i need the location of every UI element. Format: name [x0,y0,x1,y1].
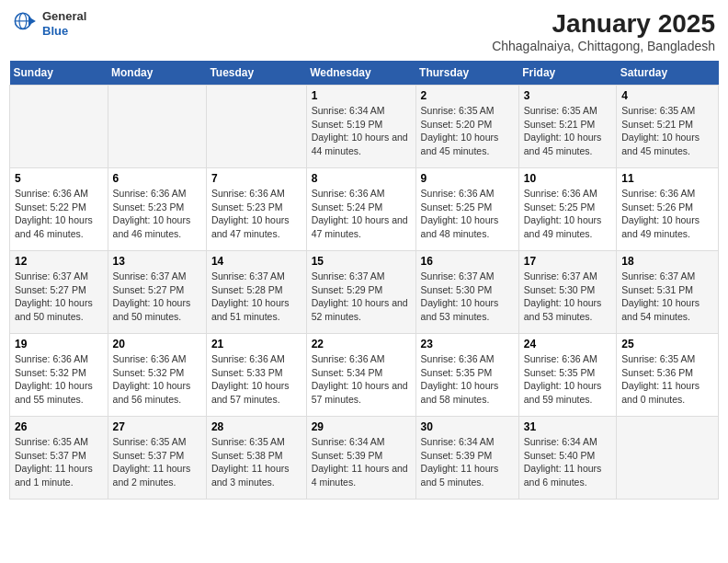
calendar-cell: 4Sunrise: 6:35 AMSunset: 5:21 PMDaylight… [617,86,719,168]
calendar-cell: 1Sunrise: 6:34 AMSunset: 5:19 PMDaylight… [306,86,415,168]
day-number: 7 [211,172,301,185]
day-number: 31 [524,420,612,433]
day-info: Sunrise: 6:37 AMSunset: 5:27 PMDaylight:… [15,270,103,324]
calendar-cell: 23Sunrise: 6:36 AMSunset: 5:35 PMDayligh… [415,334,518,417]
calendar-cell [108,86,206,168]
calendar-cell: 31Sunrise: 6:34 AMSunset: 5:40 PMDayligh… [518,417,617,500]
day-info: Sunrise: 6:36 AMSunset: 5:26 PMDaylight:… [621,187,713,241]
day-info: Sunrise: 6:36 AMSunset: 5:22 PMDaylight:… [15,187,103,241]
weekday-header-monday: Monday [108,61,206,86]
day-info: Sunrise: 6:35 AMSunset: 5:20 PMDaylight:… [421,104,514,158]
day-number: 5 [15,172,103,185]
day-info: Sunrise: 6:36 AMSunset: 5:35 PMDaylight:… [421,352,514,407]
weekday-header-saturday: Saturday [617,61,719,86]
calendar-cell: 19Sunrise: 6:36 AMSunset: 5:32 PMDayligh… [10,334,108,417]
weekday-header-tuesday: Tuesday [206,61,306,86]
calendar-cell: 8Sunrise: 6:36 AMSunset: 5:24 PMDaylight… [306,168,415,251]
day-number: 19 [15,338,103,350]
calendar-cell: 22Sunrise: 6:36 AMSunset: 5:34 PMDayligh… [306,334,415,417]
month-year-title: January 2025 [492,9,715,39]
calendar-cell: 15Sunrise: 6:37 AMSunset: 5:29 PMDayligh… [306,251,415,334]
logo-icon [13,11,39,37]
calendar-table: SundayMondayTuesdayWednesdayThursdayFrid… [9,61,719,500]
calendar-cell: 30Sunrise: 6:34 AMSunset: 5:39 PMDayligh… [415,417,518,500]
calendar-week-row: 26Sunrise: 6:35 AMSunset: 5:37 PMDayligh… [10,417,719,500]
logo: General Blue [13,9,86,38]
calendar-cell: 27Sunrise: 6:35 AMSunset: 5:37 PMDayligh… [108,417,206,500]
svg-rect-5 [28,17,30,25]
day-number: 2 [421,89,514,102]
calendar-cell: 17Sunrise: 6:37 AMSunset: 5:30 PMDayligh… [518,251,617,334]
day-number: 11 [621,172,713,185]
day-number: 9 [421,172,514,185]
calendar-cell: 13Sunrise: 6:37 AMSunset: 5:27 PMDayligh… [108,251,206,334]
day-number: 18 [621,255,713,268]
day-number: 23 [421,338,514,350]
day-info: Sunrise: 6:35 AMSunset: 5:21 PMDaylight:… [524,104,612,158]
calendar-cell: 5Sunrise: 6:36 AMSunset: 5:22 PMDaylight… [10,168,108,251]
day-info: Sunrise: 6:34 AMSunset: 5:19 PMDaylight:… [312,104,411,158]
day-info: Sunrise: 6:37 AMSunset: 5:27 PMDaylight:… [113,270,201,324]
calendar-header: SundayMondayTuesdayWednesdayThursdayFrid… [10,61,719,86]
day-info: Sunrise: 6:36 AMSunset: 5:25 PMDaylight:… [421,187,514,241]
day-number: 16 [421,255,514,268]
day-info: Sunrise: 6:36 AMSunset: 5:23 PMDaylight:… [211,187,301,241]
day-number: 28 [211,420,301,433]
day-info: Sunrise: 6:37 AMSunset: 5:29 PMDaylight:… [312,270,411,324]
day-number: 21 [211,338,301,350]
logo-general: General [42,9,86,24]
day-info: Sunrise: 6:35 AMSunset: 5:37 PMDaylight:… [113,435,201,489]
day-info: Sunrise: 6:34 AMSunset: 5:39 PMDaylight:… [312,435,411,489]
day-number: 25 [621,338,713,350]
calendar-cell: 6Sunrise: 6:36 AMSunset: 5:23 PMDaylight… [108,168,206,251]
calendar-cell: 9Sunrise: 6:36 AMSunset: 5:25 PMDaylight… [415,168,518,251]
calendar-week-row: 1Sunrise: 6:34 AMSunset: 5:19 PMDaylight… [10,86,719,168]
calendar-cell: 24Sunrise: 6:36 AMSunset: 5:35 PMDayligh… [518,334,617,417]
calendar-cell: 20Sunrise: 6:36 AMSunset: 5:32 PMDayligh… [108,334,206,417]
day-number: 22 [312,338,411,350]
day-info: Sunrise: 6:36 AMSunset: 5:32 PMDaylight:… [15,352,103,407]
day-number: 24 [524,338,612,350]
day-number: 13 [113,255,201,268]
calendar-cell: 21Sunrise: 6:36 AMSunset: 5:33 PMDayligh… [206,334,306,417]
calendar-cell: 26Sunrise: 6:35 AMSunset: 5:37 PMDayligh… [10,417,108,500]
calendar-cell: 3Sunrise: 6:35 AMSunset: 5:21 PMDaylight… [518,86,617,168]
calendar-cell: 11Sunrise: 6:36 AMSunset: 5:26 PMDayligh… [617,168,719,251]
day-number: 14 [211,255,301,268]
day-info: Sunrise: 6:36 AMSunset: 5:24 PMDaylight:… [312,187,411,241]
weekday-header-row: SundayMondayTuesdayWednesdayThursdayFrid… [10,61,719,86]
calendar-cell: 12Sunrise: 6:37 AMSunset: 5:27 PMDayligh… [10,251,108,334]
day-number: 8 [312,172,411,185]
day-info: Sunrise: 6:37 AMSunset: 5:31 PMDaylight:… [621,270,713,324]
day-info: Sunrise: 6:35 AMSunset: 5:37 PMDaylight:… [15,435,103,489]
calendar-cell: 2Sunrise: 6:35 AMSunset: 5:20 PMDaylight… [415,86,518,168]
calendar-cell: 7Sunrise: 6:36 AMSunset: 5:23 PMDaylight… [206,168,306,251]
day-number: 10 [524,172,612,185]
day-info: Sunrise: 6:37 AMSunset: 5:30 PMDaylight:… [421,270,514,324]
calendar-cell: 14Sunrise: 6:37 AMSunset: 5:28 PMDayligh… [206,251,306,334]
day-number: 15 [312,255,411,268]
logo-blue: Blue [42,24,86,39]
day-number: 12 [15,255,103,268]
calendar-cell [617,417,719,500]
day-number: 27 [113,420,201,433]
day-number: 4 [621,89,713,102]
day-info: Sunrise: 6:37 AMSunset: 5:30 PMDaylight:… [524,270,612,324]
calendar-week-row: 5Sunrise: 6:36 AMSunset: 5:22 PMDaylight… [10,168,719,251]
page-header: General Blue January 2025 Chhagalnaiya, … [9,9,719,53]
logo-text: General Blue [42,9,86,38]
day-number: 30 [421,420,514,433]
day-number: 3 [524,89,612,102]
day-number: 29 [312,420,411,433]
calendar-cell [10,86,108,168]
day-info: Sunrise: 6:34 AMSunset: 5:40 PMDaylight:… [524,435,612,489]
day-info: Sunrise: 6:35 AMSunset: 5:38 PMDaylight:… [211,435,301,489]
day-number: 20 [113,338,201,350]
calendar-week-row: 19Sunrise: 6:36 AMSunset: 5:32 PMDayligh… [10,334,719,417]
calendar-cell [206,86,306,168]
day-info: Sunrise: 6:36 AMSunset: 5:25 PMDaylight:… [524,187,612,241]
day-info: Sunrise: 6:37 AMSunset: 5:28 PMDaylight:… [211,270,301,324]
weekday-header-wednesday: Wednesday [306,61,415,86]
day-info: Sunrise: 6:36 AMSunset: 5:23 PMDaylight:… [113,187,201,241]
location-subtitle: Chhagalnaiya, Chittagong, Bangladesh [492,39,715,53]
